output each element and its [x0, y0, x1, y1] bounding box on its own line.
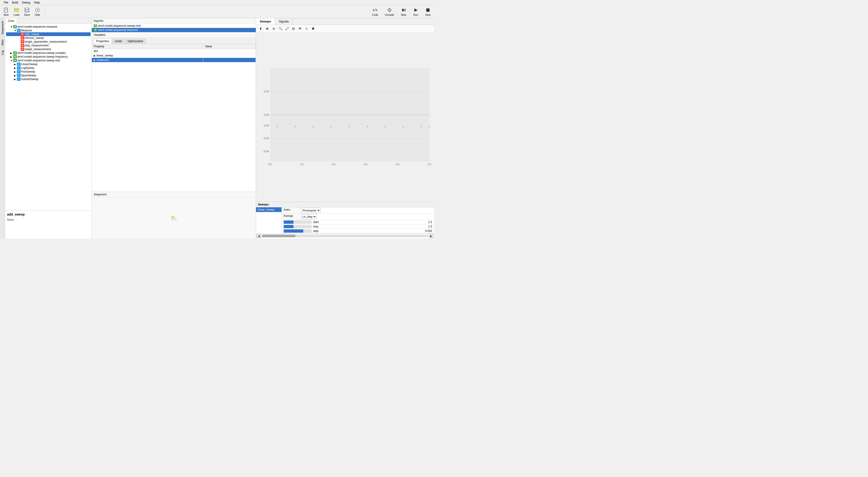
svg-rect-7 — [25, 10, 29, 12]
menu-help[interactable]: Help — [32, 0, 42, 5]
svg-marker-13 — [402, 8, 405, 12]
btn-zoom-out[interactable]: 🔎 — [284, 26, 290, 31]
btn-back[interactable]: ⊙ — [271, 26, 277, 31]
center-panel: Imports: M sknrf.model.sequencer.sweep.r… — [92, 18, 256, 239]
svg-line-10 — [374, 9, 375, 11]
tab-sweeps[interactable]: Sweeps — [256, 18, 275, 25]
var-row-linear-sweep[interactable]: ▶linear_sweep — [92, 53, 256, 58]
menu-file[interactable]: File — [2, 0, 10, 5]
scroll-track[interactable] — [262, 235, 428, 237]
svg-text:×: × — [366, 125, 368, 128]
tree-item-swept-measurement[interactable]: R swept_measurement — [6, 47, 91, 51]
bottom-right: Sweeps: linear_sweep Axes: Rectangular — [256, 202, 434, 239]
icon-sknrf-measure: M — [13, 25, 17, 28]
imports-label: Imports: — [92, 18, 256, 24]
variables-table: Property Value dict ▶linear_sweep — [92, 44, 256, 62]
import-icon-real: M — [94, 24, 97, 27]
prop-row-start: start 1.5 — [282, 220, 434, 225]
format-select[interactable]: Lin_Mag — [302, 214, 317, 219]
vtab-log[interactable]: Log — [0, 48, 5, 57]
icon-linear-sweep: C — [17, 63, 21, 66]
sweeps-body: linear_sweep Axes: Rectangular Format: — [256, 207, 434, 233]
var-measure1-label: ▶measure1 — [92, 58, 203, 62]
save-button[interactable]: Save — [23, 7, 31, 17]
tree-item-sknrf-measure[interactable]: ▼ M sknrf.model.sequencer.measure — [6, 25, 91, 29]
import-row-measure[interactable]: M sknrf.model.sequencer.measure — [92, 28, 256, 32]
tree-container[interactable]: ▼ M sknrf.model.sequencer.measure ▼ C Me… — [5, 24, 92, 210]
label-add-sweep: add_sweep — [25, 33, 39, 36]
scroll-right[interactable]: ▶ — [429, 234, 434, 238]
btn-zoom-rect[interactable]: ⊟ — [291, 26, 296, 31]
tree-item-linear-sweep[interactable]: ▶ C LinearSweep — [6, 62, 91, 66]
icon-span-sweep: C — [17, 74, 21, 77]
label-remove-sweep: remove_sweep — [25, 36, 44, 39]
import-row-real[interactable]: M sknrf.model.sequencer.sweep.real — [92, 24, 256, 28]
desc-panel: add_sweep None — [5, 210, 92, 239]
tree-item-pow-sweep[interactable]: ▶ C PowSweep — [6, 70, 91, 73]
btn-cursor[interactable]: ⊹ — [304, 26, 309, 31]
arrow-sknrf-measure: ▼ — [10, 26, 13, 28]
tree-item-sknrf-real[interactable]: ▼ M sknrf.model.sequencer.sweep.real — [6, 59, 91, 62]
tree-item-measure[interactable]: ▼ C Measure — [6, 29, 91, 32]
var-row-dict: dict — [92, 49, 256, 53]
btn-download[interactable]: ⬇ — [258, 26, 264, 31]
col-value: Value — [203, 44, 255, 49]
step-button[interactable]: Step — [399, 7, 408, 17]
tree-item-sknrf-frequency[interactable]: ▶ M sknrf.model.sequencer.sweep.frequenc… — [6, 55, 91, 59]
var-tab-properties[interactable]: Properties — [94, 39, 112, 44]
icon-sknrf-complex: M — [13, 51, 17, 55]
var-row-measure1[interactable]: ▶measure1 — [92, 58, 256, 62]
svg-text:0.04: 0.04 — [264, 90, 269, 93]
variables-section: Variables: Properties Limits Optimizatio… — [92, 32, 256, 192]
sequence-icon: ⛅ — [170, 215, 177, 221]
tree-item-subset-sweep[interactable]: ▶ C SubsetSweep — [6, 77, 91, 81]
var-linear-label: ▶linear_sweep — [92, 53, 203, 58]
vtab-sequencer[interactable]: Sequencer — [0, 18, 5, 37]
tree-item-add-sweep[interactable]: R add_sweep — [6, 32, 91, 36]
svg-text:×: × — [402, 125, 404, 128]
tree-item-skip-measurement[interactable]: R skip_measurement — [6, 43, 91, 47]
vtab-main[interactable]: Main — [0, 37, 5, 48]
expand-measure1[interactable]: ▶ — [94, 59, 96, 61]
run-button[interactable]: Run — [411, 7, 420, 17]
svg-text:1.0: 1.0 — [428, 163, 431, 166]
prop-row-axes: Axes: Rectangular — [282, 207, 434, 214]
expand-linear-sweep[interactable]: ▶ — [94, 54, 96, 57]
tree-item-remove-sweep[interactable]: R remove_sweep — [6, 36, 91, 40]
load-button[interactable]: Load — [12, 7, 21, 17]
scroll-left[interactable]: ◀ — [256, 234, 261, 238]
btn-pan[interactable]: 👁 — [297, 26, 303, 31]
tree-item-sknrf-complex[interactable]: ▶ M sknrf.model.sequencer.sweep.complex — [6, 51, 91, 55]
btn-zoom-in[interactable]: 🔍 — [278, 26, 283, 31]
tab-signals[interactable]: Signals — [275, 18, 293, 25]
svg-text:-0.02: -0.02 — [263, 137, 269, 140]
var-tab-optimization[interactable]: Optimization — [125, 39, 146, 44]
tree-item-log-sweep[interactable]: ▶ C LogSweep — [6, 66, 91, 70]
label-log-sweep: LogSweep — [21, 66, 34, 69]
var-tab-limits[interactable]: Limits — [112, 39, 125, 44]
tree-item-single-sparameter[interactable]: R single_sparameter_measurement — [6, 40, 91, 43]
prop-row-step: step 0.503 — [282, 229, 434, 233]
compile-button[interactable]: C Compile — [383, 7, 396, 17]
code-button[interactable]: Code — [371, 7, 379, 17]
core-tab[interactable]: Core — [5, 18, 17, 24]
svg-text:?: ? — [36, 8, 38, 12]
svg-marker-15 — [414, 8, 417, 12]
load-label: Load — [13, 13, 19, 16]
stop-label: stop — [313, 225, 421, 228]
help-button[interactable]: ? Help — [33, 7, 42, 17]
arrow-sknrf-real: ▼ — [10, 59, 13, 62]
btn-home[interactable]: ⊕ — [265, 26, 270, 31]
menu-debug[interactable]: Debug — [20, 0, 32, 5]
btn-clear[interactable]: ✖ — [310, 26, 316, 31]
sweep-item-linear[interactable]: linear_sweep — [256, 207, 281, 212]
tree-item-span-sweep[interactable]: ▶ C SpanSweep — [6, 73, 91, 77]
menu-build[interactable]: Build — [10, 0, 20, 5]
new-button[interactable]: New — [2, 7, 10, 17]
icon-log-sweep: C — [17, 66, 21, 69]
label-sknrf-complex: sknrf.model.sequencer.sweep.complex — [17, 51, 66, 55]
axes-select[interactable]: Rectangular — [302, 208, 321, 213]
svg-rect-0 — [4, 8, 7, 12]
help-label: Help — [35, 13, 40, 16]
stop-button[interactable]: Stop — [424, 7, 432, 17]
